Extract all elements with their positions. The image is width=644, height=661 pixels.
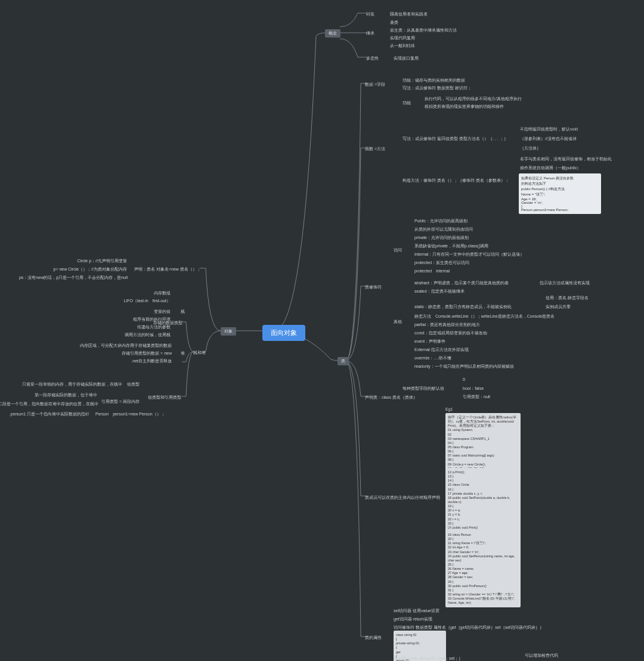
n: private：允许访问的最低级别 (414, 235, 469, 241)
n: set访问器 使用value设置 (394, 608, 439, 614)
n: 值类型 (127, 381, 140, 387)
n: sealed：指定类不能被继承 (414, 288, 465, 294)
n: 调用方法的时候，使用栈 (105, 332, 171, 338)
n: （形参列表）//没有也不能省掉 (520, 136, 577, 142)
n: 内存区域，可分配大块内存用于存储某类型的数据 (60, 343, 172, 349)
n: 类的属性 (365, 635, 382, 641)
root-node[interactable]: 面向对象 (262, 325, 305, 341)
n: 程序当前的执行环境 (105, 316, 171, 322)
n: readonly：一个域只能在声明以及相同类的内部被赋值 (414, 364, 514, 370)
n: protected internal (414, 268, 450, 274)
n: 从一般到特殊 (390, 43, 415, 49)
n: 使用：类名.静态字段名 (546, 295, 589, 301)
n: override：….听不懂 (414, 355, 451, 361)
n: 写法：成员修饰符 数据类型 标识符； (402, 85, 472, 91)
n: Circle p；//先声明引用变量 (67, 258, 127, 264)
n: ps：没有new的话，p只是一个引用，不会分配内存，是null (10, 275, 128, 281)
n: 系统缺省值private，不能用p.class()调用 (414, 243, 488, 249)
n: 功能：储存与类的实例相关的数据 (402, 77, 465, 83)
n: 隔离使用者和实践者 (390, 11, 428, 17)
n: 实现代码复用 (390, 35, 415, 41)
n: 类修饰符 (365, 284, 382, 290)
n: Internal：只有在同一文件中的类型才可以访问（默认选项） (414, 252, 524, 257)
n: 执行代码，可以从程序的很多不同地方/其他程序执行 (425, 96, 522, 102)
n: .person1 只是一个指向堆中实际数据的指针 (0, 411, 89, 417)
n: 可以增加检查代码 (525, 653, 558, 659)
n: 封装 (366, 11, 374, 17)
n: 继承 (366, 30, 374, 36)
n: 名字与类名相同，没有返回值修饰，相当于初始化 (520, 156, 612, 162)
n: .net自主判断是否释放 (116, 358, 172, 364)
n: Person person1=new Person（）； (95, 411, 165, 417)
n: 操作系统自动调用（一般public） (520, 165, 581, 171)
node-gainian[interactable]: 概念 (325, 29, 340, 38)
n: 实例成员共享 (546, 304, 571, 310)
n: 0 (463, 377, 465, 381)
n: 只需要一段单独的内存，用于存储实际的数据，在栈中 (18, 381, 122, 387)
node-duixiang[interactable]: 对象 (221, 327, 236, 336)
n: 自实现 public string ID｛get；set；｝ (394, 656, 463, 661)
n: 实现接口复用 (394, 55, 419, 61)
n: protected：派生类也可以访问 (414, 260, 469, 266)
n: event：声明事件 (414, 339, 445, 345)
n: 指示该方法或属性没有实现 (540, 280, 590, 286)
n: 每种类型字段的默认值 (402, 386, 444, 392)
n: 变量的值 (117, 309, 171, 315)
n: 存储引用类型的数据 = new (86, 350, 172, 356)
n: 基类 (390, 20, 398, 26)
n: const：指定域或局部变量的值不被改动 (414, 330, 487, 336)
n: 多态性 (366, 55, 379, 61)
n: 内存数组 (117, 290, 171, 296)
n: 其他 (394, 319, 402, 325)
n: 堆 (181, 350, 185, 356)
n: Eg.2 (445, 525, 454, 529)
n: 声明：类名 对象名=new 类名（）； (134, 266, 201, 272)
n: 栈 (181, 309, 185, 315)
n: 声明类：class 类名｛类体｝ (365, 395, 417, 401)
n: Eg1 (445, 407, 453, 411)
n: 派生类：从其基类中继承属性和方法 (390, 27, 457, 33)
n: 访问修饰符 数据类型 属性名｛get｛get访问器代码块｝set｛set访问器代… (394, 625, 544, 631)
n: 功能 (402, 100, 411, 106)
n: Public：允许访问的最高级别 (414, 218, 467, 224)
n: abstract：声明虚类，指示某个类只能是其他类的基 (414, 280, 509, 286)
n: p= new Circle（）；//为类对象分配内存 (42, 266, 127, 272)
n: 引用类型 = 两段内存 (101, 399, 140, 405)
n: 数据 =字段 (365, 82, 385, 88)
n: 静态方法 Console.writeLine（）；writeLine是静态方法名… (414, 314, 555, 319)
n: bool：false (463, 386, 484, 392)
n: partial：类还有其他部分在别的地方 (414, 322, 480, 328)
n: get访问器 return实现 (394, 616, 432, 622)
connector-lines (0, 0, 644, 661)
node-lei[interactable]: 类 (338, 357, 349, 365)
n: External:指示方法在外部实现 (414, 347, 469, 353)
n: 不指明返回值类型时，默认void (520, 126, 578, 132)
n: 第一段存储实际的数据，位于堆中 (18, 392, 97, 398)
n: 值类型和引用类型 (148, 395, 181, 401)
n: static：静态类，类型只含有静态成员，不能被实例化 (414, 304, 512, 310)
n: LIFO（last-in first-out） (117, 298, 171, 304)
n: 第二段是一个引用，指向数据在堆中存放的位置，在栈中 (0, 401, 97, 407)
n: 函数 =方法 (365, 146, 385, 152)
n: 引用类型：null (463, 394, 490, 400)
n: 传递给方法的参数 (117, 324, 171, 330)
n: 栈和堆 (193, 350, 206, 356)
n: 类成员可以在类的主体内以任何顺序声明 (365, 495, 440, 501)
n: 构造方法：修饰符 类名（）；｛修饰符 类名（参数表）； (402, 178, 509, 184)
n: ｛方法体｝ (520, 145, 541, 151)
code-block-eg2: 19 class Person 20 { 21 string Name = \"… (445, 530, 521, 607)
n: 从类的外部可以无限制自由访问 (414, 226, 473, 232)
n: 模拟类所表现的现实世界事物的功能和操作 (425, 104, 504, 110)
n: 访问 (394, 247, 402, 253)
code-block-1: 如果你没定义 Person 类没有参数 的构造方法如下 public Perso… (519, 173, 601, 214)
code-block-eg1b: 12 p.Print(); 13 } 14 } 15 class Circle … (445, 468, 521, 532)
n: 写法：成员修饰符 返回值类型 类型方法名（）｛. . . ；｝ (402, 136, 508, 142)
